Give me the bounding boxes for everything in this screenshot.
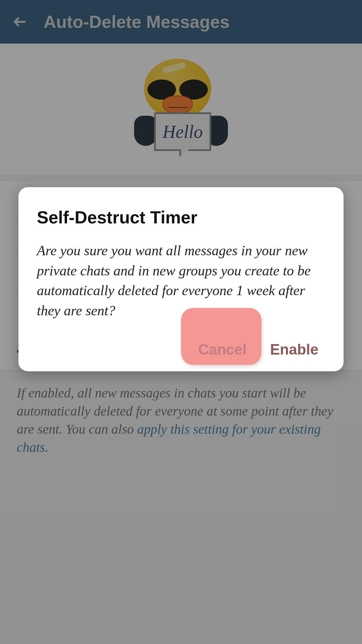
self-destruct-dialog: Self-Destruct Timer Are you sure you wan… <box>18 187 344 371</box>
enable-button[interactable]: Enable <box>270 341 318 358</box>
dialog-actions: Cancel Enable <box>37 341 325 358</box>
dialog-title: Self-Destruct Timer <box>37 207 325 227</box>
dialog-body: Are you sure you want all messages in yo… <box>37 241 325 321</box>
cancel-button[interactable]: Cancel <box>198 341 246 358</box>
